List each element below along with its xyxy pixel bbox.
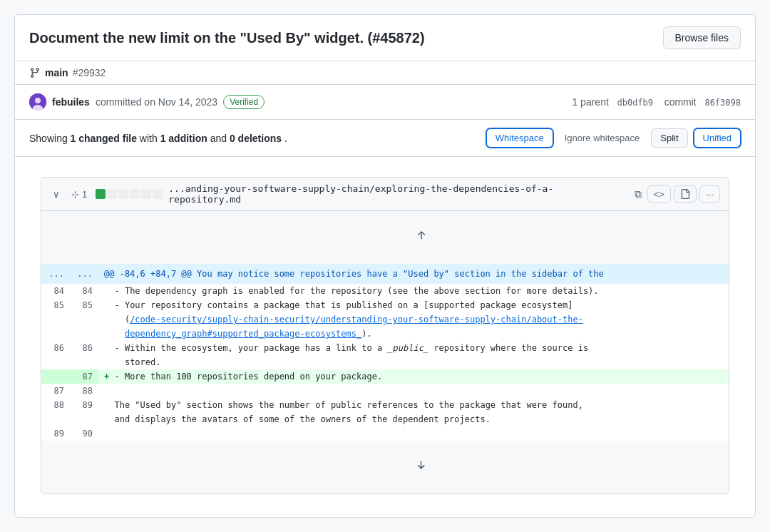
commit-container: Document the new limit on the "Used By" … — [14, 14, 756, 518]
commit-date: committed on Nov 14, 2023 — [96, 96, 217, 108]
diff-stats-bar: Showing 1 changed file with 1 addition a… — [15, 120, 755, 157]
change-block-2 — [107, 189, 117, 199]
change-block-1 — [96, 189, 106, 199]
change-block-3 — [118, 189, 128, 199]
commit-label: commit — [664, 96, 697, 108]
table-row: stored. — [41, 355, 729, 369]
table-row: 85 85 - Your repository contains a packa… — [41, 298, 729, 312]
file-path: ...anding-your-software-supply-chain/exp… — [168, 183, 622, 205]
change-block-5 — [141, 189, 151, 199]
table-row: 89 90 — [41, 426, 729, 441]
table-row: (/code-security/supply-chain-security/un… — [41, 312, 729, 327]
file-actions: <> ··· — [647, 185, 720, 203]
author-info: febuiles committed on Nov 14, 2023 Verif… — [29, 93, 265, 111]
diff-controls: Whitespace Ignore whitespace Split Unifi… — [486, 128, 741, 148]
new-line-num: 88 — [70, 384, 98, 398]
new-line-num: 85 — [70, 298, 98, 312]
old-line-num: 89 — [41, 426, 70, 441]
new-line-num — [70, 312, 98, 327]
parent-label: 1 parent — [572, 96, 608, 108]
new-line-num: 89 — [70, 398, 98, 412]
unified-button[interactable]: Unified — [694, 128, 741, 148]
avatar — [29, 93, 46, 111]
new-line-num: 86 — [70, 341, 98, 355]
expand-row-bottom[interactable] — [41, 441, 729, 493]
hunk-old-num: ... — [41, 264, 70, 284]
diff-stats-text: Showing 1 changed file with 1 addition a… — [29, 133, 287, 144]
and-label: and — [210, 133, 227, 144]
expand-up-icon — [416, 230, 427, 241]
dep-graph-link[interactable]: dependency_graph#supported_package-ecosy… — [125, 329, 361, 339]
old-line-num — [41, 412, 70, 426]
showing-label: Showing — [29, 133, 68, 144]
author-row: febuiles committed on Nov 14, 2023 Verif… — [15, 85, 755, 120]
old-line-num: 85 — [41, 298, 70, 312]
verified-badge: Verified — [223, 95, 265, 109]
branch-hash: #29932 — [73, 67, 106, 78]
new-line-num: 87 — [70, 369, 98, 384]
table-row: dependency_graph#supported_package-ecosy… — [41, 327, 729, 341]
collapse-button[interactable]: ∨ — [50, 188, 63, 201]
copy-path-button[interactable]: ⧉ — [629, 185, 647, 203]
deletion-count: 0 deletions — [230, 133, 282, 144]
table-row: 87 + - More than 100 repositories depend… — [41, 369, 729, 384]
expand-move-button[interactable]: ⊹ 1 — [68, 188, 90, 201]
line-content — [98, 426, 729, 441]
new-line-num — [70, 327, 98, 341]
view-code-button[interactable]: <> — [647, 185, 671, 203]
expand-down-icon — [416, 459, 427, 471]
table-row: 84 84 - The dependency graph is enabled … — [41, 284, 729, 298]
line-count: 1 — [82, 189, 87, 200]
new-line-num — [70, 355, 98, 369]
old-line-num: 88 — [41, 398, 70, 412]
period: . — [284, 133, 287, 144]
old-line-num: 87 — [41, 384, 70, 398]
move-icon: ⊹ — [71, 189, 79, 200]
line-content: dependency_graph#supported_package-ecosy… — [98, 327, 729, 341]
file-diff-title-row: ∨ ⊹ 1 ...anding-your-software-sup — [50, 183, 647, 205]
line-content: - Your repository contains a package tha… — [98, 298, 729, 312]
table-row: and displays the avatars of some of the … — [41, 412, 729, 426]
new-line-num — [70, 412, 98, 426]
parent-hash[interactable]: db0dfb9 — [617, 98, 653, 108]
changed-count: 1 changed file — [71, 133, 137, 144]
more-options-button[interactable]: ··· — [699, 185, 720, 203]
table-row: 86 86 - Within the ecosystem, your packa… — [41, 341, 729, 355]
line-content: and displays the avatars of some of the … — [98, 412, 729, 426]
hunk-content: @@ -84,6 +84,7 @@ You may notice some re… — [98, 264, 729, 284]
hunk-new-num: ... — [70, 264, 98, 284]
old-line-num: 86 — [41, 341, 70, 355]
line-content: (/code-security/supply-chain-security/un… — [98, 312, 729, 327]
parent-info: 1 parent db0dfb9 commit 86f3098 — [572, 96, 741, 108]
whitespace-button[interactable]: Whitespace — [486, 128, 553, 148]
hunk-header-row: ... ... @@ -84,6 +84,7 @@ You may notice… — [41, 264, 729, 284]
old-line-num — [41, 355, 70, 369]
browse-files-button[interactable]: Browse files — [663, 26, 741, 49]
diff-table: ... ... @@ -84,6 +84,7 @@ You may notice… — [41, 211, 729, 493]
chevron-icon: ∨ — [53, 189, 60, 200]
commit-title: Document the new limit on the "Used By" … — [29, 30, 425, 46]
line-content: + - More than 100 repositories depend on… — [98, 369, 729, 384]
branch-icon — [29, 67, 41, 78]
file-diff-header: ∨ ⊹ 1 ...anding-your-software-sup — [41, 178, 729, 211]
line-content: - The dependency graph is enabled for th… — [98, 284, 729, 298]
author-name[interactable]: febuiles — [52, 96, 90, 108]
diff-section: ∨ ⊹ 1 ...anding-your-software-sup — [15, 157, 755, 517]
view-file-button[interactable] — [674, 185, 697, 203]
split-button[interactable]: Split — [651, 128, 687, 148]
svg-point-1 — [35, 98, 41, 103]
file-diff: ∨ ⊹ 1 ...anding-your-software-sup — [41, 177, 729, 494]
commit-header: Document the new limit on the "Used By" … — [15, 15, 755, 61]
ignore-whitespace-button[interactable]: Ignore whitespace — [559, 129, 646, 147]
old-line-num: 84 — [41, 284, 70, 298]
new-line-num: 90 — [70, 426, 98, 441]
expand-row-top[interactable] — [41, 211, 729, 264]
addition-count: 1 addition — [160, 133, 207, 144]
change-block-4 — [130, 189, 140, 199]
old-line-num — [41, 312, 70, 327]
change-block-6 — [153, 189, 163, 199]
line-content: The "Used by" section shows the number o… — [98, 398, 729, 412]
branch-name[interactable]: main — [45, 67, 68, 78]
commit-hash[interactable]: 86f3098 — [704, 98, 741, 108]
package-ecosystem-link[interactable]: /code-security/supply-chain-security/und… — [130, 314, 583, 324]
